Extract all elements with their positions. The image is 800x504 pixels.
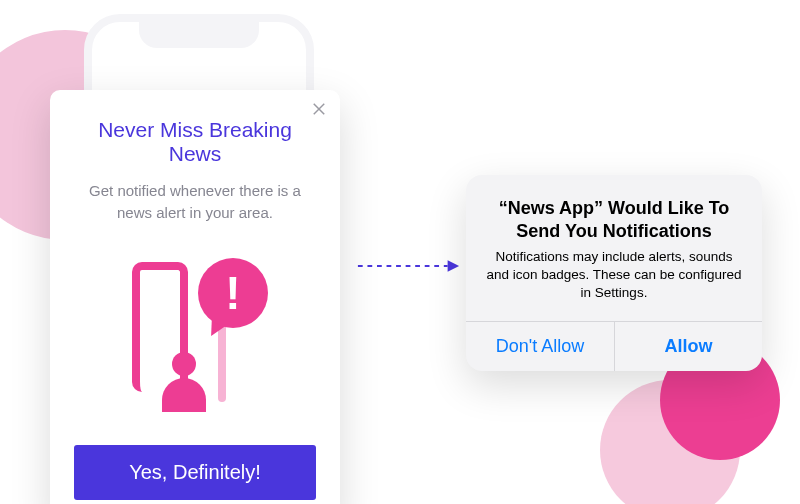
close-icon [310, 100, 328, 118]
soft-prompt-title: Never Miss Breaking News [74, 118, 316, 166]
alert-body: “News App” Would Like To Send You Notifi… [466, 175, 762, 321]
soft-prompt-subtitle: Get notified whenever there is a news al… [74, 180, 316, 224]
person-head-icon [172, 352, 196, 376]
exclamation-icon: ! [225, 270, 240, 316]
person-body-icon [162, 378, 206, 412]
notification-illustration: ! [110, 252, 280, 417]
alert-bubble-icon: ! [198, 258, 268, 328]
soft-prompt-card: Never Miss Breaking News Get notified wh… [50, 90, 340, 504]
alert-title: “News App” Would Like To Send You Notifi… [484, 197, 744, 242]
accept-button[interactable]: Yes, Definitely! [74, 445, 316, 500]
phone-notch [139, 18, 259, 48]
ios-permission-alert: “News App” Would Like To Send You Notifi… [466, 175, 762, 371]
dont-allow-button[interactable]: Don't Allow [466, 322, 614, 371]
svg-marker-3 [448, 260, 459, 271]
alert-button-row: Don't Allow Allow [466, 321, 762, 371]
alert-message: Notifications may include alerts, sounds… [484, 248, 744, 303]
arrow-icon [356, 258, 461, 274]
close-button[interactable] [310, 100, 328, 118]
allow-button[interactable]: Allow [614, 322, 762, 371]
